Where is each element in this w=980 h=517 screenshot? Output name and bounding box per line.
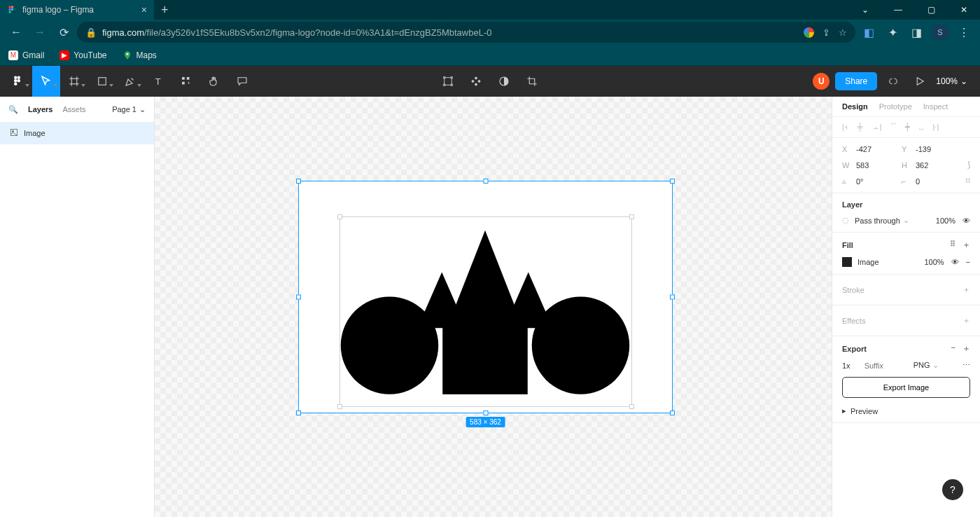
crop-tool[interactable] <box>518 66 546 97</box>
bookmark-youtube[interactable]: ▶ YouTube <box>59 50 106 60</box>
resize-handle-tr[interactable] <box>670 179 675 184</box>
export-scale-field[interactable]: 1x <box>842 361 850 370</box>
preview-caret-icon[interactable]: ▸ <box>842 406 846 415</box>
comment-tool[interactable] <box>228 66 256 97</box>
share-button[interactable]: Share <box>835 72 877 90</box>
search-icon[interactable]: 🔍 <box>8 105 18 114</box>
fill-swatch[interactable] <box>842 257 852 267</box>
tab-assets[interactable]: Assets <box>62 105 85 113</box>
width-field[interactable]: W583 <box>842 161 902 170</box>
remove-export-button[interactable]: − <box>951 343 955 354</box>
add-export-button[interactable]: ＋ <box>962 343 970 354</box>
resize-handle-lm[interactable] <box>296 295 301 300</box>
zoom-level[interactable]: 100%⌄ <box>936 76 967 86</box>
export-format-select[interactable]: PNG ⌄ <box>913 361 939 370</box>
browser-tab[interactable]: figma logo – Figma × <box>0 0 154 20</box>
component-tool[interactable] <box>462 66 490 97</box>
resize-handle-rm[interactable] <box>670 295 675 300</box>
visibility-icon[interactable]: 👁 <box>962 216 970 225</box>
add-fill-button[interactable]: ＋ <box>962 240 970 250</box>
url-bar[interactable]: 🔒 figma.com/file/a3y526v1fS5Eku8bSv5xn2/… <box>77 22 855 43</box>
resize-handle-tl[interactable] <box>296 179 301 184</box>
align-top-icon[interactable]: ⎴ <box>891 123 896 132</box>
bookmark-gmail[interactable]: M Gmail <box>8 50 44 60</box>
share-url-icon[interactable]: ⇪ <box>822 27 830 38</box>
new-tab-button[interactable]: + <box>154 3 176 18</box>
tab-layers[interactable]: Layers <box>28 105 52 113</box>
corner-radius-field[interactable]: ⌐0 <box>902 177 961 186</box>
export-heading: Export <box>842 345 867 353</box>
help-button[interactable]: ? <box>942 479 963 500</box>
distribute-icon[interactable]: |·| <box>933 123 939 132</box>
styles-icon[interactable]: ⠿ <box>950 240 955 250</box>
export-options-icon[interactable]: ⋯ <box>962 361 970 370</box>
resources-tool[interactable]: + <box>172 66 200 97</box>
chevron-down-icon[interactable]: ⌄ <box>849 0 881 20</box>
resize-handle-bm[interactable] <box>483 411 488 415</box>
blend-mode-select[interactable]: Pass through <box>855 216 900 225</box>
align-left-icon[interactable]: |⫞ <box>842 123 848 132</box>
apps-icon[interactable]: ◧ <box>858 22 879 43</box>
align-bottom-icon[interactable]: ⎵ <box>919 123 924 132</box>
y-field[interactable]: Y-139 <box>902 145 961 153</box>
close-tab-icon[interactable]: × <box>141 4 147 15</box>
layer-opacity-field[interactable]: 100% <box>936 216 955 225</box>
mask-tool[interactable] <box>490 66 518 97</box>
tab-prototype[interactable]: Prototype <box>879 102 912 111</box>
minimize-button[interactable]: — <box>882 0 914 20</box>
add-effect-button[interactable]: ＋ <box>962 315 970 326</box>
resize-handle-tm[interactable] <box>483 179 488 184</box>
present-button[interactable] <box>909 66 930 97</box>
dev-mode-icon[interactable] <box>883 66 904 97</box>
resize-handle-bl[interactable] <box>296 411 301 415</box>
export-button[interactable]: Export Image <box>842 377 970 398</box>
align-vcenter-icon[interactable]: ┿ <box>905 123 910 132</box>
maximize-button[interactable]: ▢ <box>915 0 947 20</box>
figma-menu-button[interactable] <box>4 66 32 97</box>
x-field[interactable]: X-427 <box>842 145 902 153</box>
constrain-proportions-icon[interactable]: ⟆ <box>967 160 970 170</box>
blend-mode-icon[interactable]: ◌ <box>842 216 849 225</box>
left-panel: 🔍 Layers Assets Page 1⌄ Image <box>0 97 155 517</box>
rotation-field[interactable]: ▵0° <box>842 177 902 186</box>
fill-opacity-field[interactable]: 100% <box>924 258 944 266</box>
frame-tool[interactable] <box>60 66 88 97</box>
edit-object-tool[interactable] <box>434 66 462 97</box>
pen-tool[interactable] <box>116 66 144 97</box>
add-stroke-button[interactable]: ＋ <box>962 284 970 295</box>
remove-fill-button[interactable]: − <box>966 258 970 266</box>
tab-design[interactable]: Design <box>842 102 868 111</box>
export-suffix-input[interactable] <box>864 361 899 370</box>
layer-row-image[interactable]: Image <box>0 122 154 144</box>
user-avatar[interactable]: U <box>813 73 830 90</box>
chrome-menu-icon[interactable]: ⋮ <box>953 22 974 43</box>
height-field[interactable]: H362 <box>902 161 961 170</box>
independent-corners-icon[interactable]: ⌑ <box>966 177 970 186</box>
visibility-icon[interactable]: 👁 <box>951 258 959 266</box>
svg-text:+: + <box>188 80 191 86</box>
google-icon[interactable] <box>804 27 814 38</box>
profile-avatar[interactable]: S <box>930 22 951 43</box>
back-button[interactable]: ← <box>6 22 27 43</box>
resize-handle-br[interactable] <box>670 411 675 415</box>
align-hcenter-icon[interactable]: ╪ <box>858 123 863 132</box>
canvas[interactable]: 583 × 362 <box>155 97 832 517</box>
page-selector[interactable]: Page 1⌄ <box>112 105 146 114</box>
hand-tool[interactable] <box>200 66 228 97</box>
text-tool[interactable]: T <box>144 66 172 97</box>
reload-button[interactable]: ⟳ <box>53 22 74 43</box>
extensions-icon[interactable]: ✦ <box>882 22 903 43</box>
bookmark-maps[interactable]: Maps <box>122 50 157 60</box>
align-right-icon[interactable]: ⫠| <box>872 123 882 132</box>
forward-button[interactable]: → <box>29 22 50 43</box>
move-tool[interactable] <box>32 66 60 97</box>
selected-image[interactable]: 583 × 362 <box>298 181 673 413</box>
close-window-button[interactable]: ✕ <box>948 0 980 20</box>
sidepanel-icon[interactable]: ◨ <box>906 22 927 43</box>
preview-label[interactable]: Preview <box>850 407 878 415</box>
fill-type[interactable]: Image <box>858 258 879 266</box>
bookmark-star-icon[interactable]: ☆ <box>839 27 847 38</box>
layer-section: Layer ◌ Pass through ⌄ 100% 👁 <box>832 193 980 233</box>
tab-inspect[interactable]: Inspect <box>923 102 948 111</box>
shape-tool[interactable] <box>88 66 116 97</box>
